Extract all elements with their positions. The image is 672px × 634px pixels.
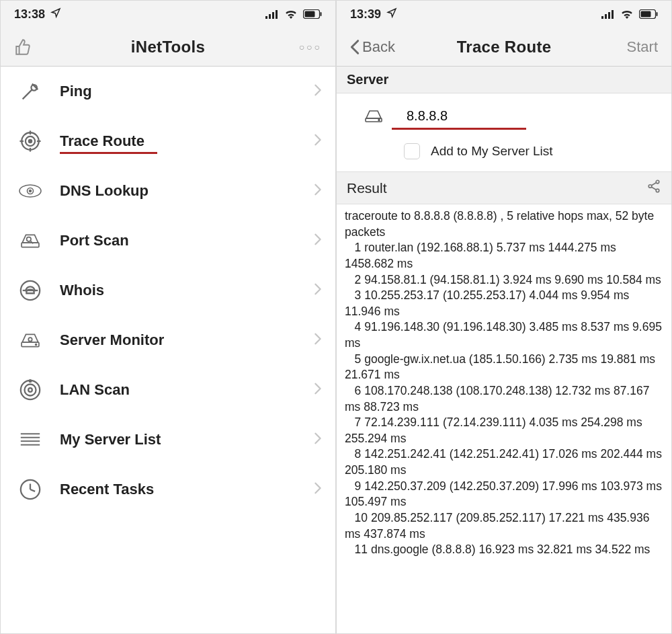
svg-point-47 <box>648 185 652 188</box>
cellular-icon <box>265 9 279 19</box>
tool-label: My Server List <box>60 431 314 448</box>
svg-line-36 <box>30 489 35 491</box>
tool-label: Server Monitor <box>60 331 314 349</box>
svg-rect-3 <box>276 10 278 19</box>
status-left: 13:39 <box>350 7 397 22</box>
back-label: Back <box>362 38 395 56</box>
svg-point-17 <box>30 190 32 192</box>
chevron-right-icon <box>314 481 322 498</box>
tool-row-trace-route[interactable]: Trace Route <box>1 116 335 166</box>
status-time: 13:38 <box>14 7 45 22</box>
svg-rect-43 <box>657 12 658 16</box>
result-heading: Result <box>347 180 387 196</box>
tool-row-ping[interactable]: Ping <box>1 67 335 116</box>
add-to-list-row[interactable]: Add to My Server List <box>337 138 671 171</box>
add-to-list-checkbox[interactable] <box>404 143 420 159</box>
tool-row-dns-lookup[interactable]: DNS Lookup <box>1 166 335 216</box>
chevron-right-icon <box>314 132 322 150</box>
more-icon: ○○○ <box>299 42 322 52</box>
chevron-right-icon <box>314 331 322 349</box>
tool-label: Ping <box>60 83 314 100</box>
nav-bar: iNetTools ○○○ <box>1 28 335 67</box>
chevron-right-icon <box>314 83 322 100</box>
svg-point-28 <box>28 388 32 392</box>
phone-left-main: 13:38 iNetTools ○○○ PingTrace RouteDNS L… <box>0 0 336 634</box>
nav-title: Trace Route <box>397 38 611 56</box>
start-button[interactable]: Start <box>611 38 658 56</box>
tool-label: DNS Lookup <box>60 182 314 200</box>
svg-rect-40 <box>612 10 614 19</box>
phone-right-traceroute: 13:39 Back Trace Route Start <box>336 0 672 634</box>
my-server-list-icon <box>15 425 45 454</box>
battery-icon <box>639 9 658 19</box>
server-section-header: Server <box>337 67 671 93</box>
port-scan-icon <box>15 226 45 255</box>
wifi-icon <box>620 9 634 19</box>
location-icon <box>50 7 61 22</box>
status-time: 13:39 <box>350 7 381 22</box>
server-input[interactable] <box>403 106 537 126</box>
tool-label: Port Scan <box>60 232 314 249</box>
server-monitor-icon <box>15 325 45 355</box>
svg-rect-37 <box>601 16 603 19</box>
status-right <box>601 9 658 19</box>
svg-rect-18 <box>22 243 39 247</box>
tool-row-port-scan[interactable]: Port Scan <box>1 216 335 266</box>
tool-label: LAN Scan <box>60 381 314 399</box>
result-section-header: Result <box>337 171 671 204</box>
whois-icon <box>15 276 45 305</box>
status-bar: 13:39 <box>337 1 671 28</box>
location-icon <box>386 7 397 22</box>
svg-point-10 <box>29 140 32 143</box>
cellular-icon <box>601 9 615 19</box>
tool-row-whois[interactable]: Whois <box>1 266 335 315</box>
dns-lookup-icon <box>15 176 45 206</box>
svg-rect-6 <box>321 12 322 16</box>
svg-rect-0 <box>265 16 267 19</box>
result-output[interactable]: traceroute to 8.8.8.8 (8.8.8.8) , 5 rela… <box>337 204 671 562</box>
back-button[interactable]: Back <box>350 38 395 56</box>
svg-point-46 <box>656 180 659 184</box>
svg-point-27 <box>25 385 36 396</box>
svg-line-49 <box>652 183 657 186</box>
svg-point-48 <box>656 189 659 192</box>
chevron-right-icon <box>314 282 322 299</box>
svg-point-26 <box>21 381 40 399</box>
tool-row-server-monitor[interactable]: Server Monitor <box>1 315 335 365</box>
svg-point-24 <box>28 338 32 341</box>
recent-tasks-icon <box>15 475 45 504</box>
battery-icon <box>303 9 322 19</box>
tool-label: Recent Tasks <box>60 481 314 498</box>
add-to-list-label: Add to My Server List <box>431 144 553 159</box>
chevron-right-icon <box>314 381 322 399</box>
ping-icon <box>15 77 45 106</box>
tool-label: Whois <box>60 282 314 299</box>
lan-scan-icon <box>15 375 45 405</box>
tool-list[interactable]: PingTrace RouteDNS LookupPort ScanWhoisS… <box>1 67 335 633</box>
server-icon <box>364 109 384 126</box>
server-row <box>337 93 671 138</box>
svg-point-25 <box>36 344 37 345</box>
share-button[interactable] <box>646 179 661 197</box>
status-right <box>265 9 322 19</box>
svg-rect-39 <box>608 12 610 19</box>
svg-rect-2 <box>272 12 274 19</box>
svg-line-50 <box>652 187 657 190</box>
nav-bar: Back Trace Route Start <box>337 28 671 67</box>
svg-rect-5 <box>305 11 315 17</box>
status-bar: 13:38 <box>1 1 335 28</box>
like-button[interactable] <box>14 38 61 56</box>
svg-rect-42 <box>641 11 651 17</box>
tool-row-recent-tasks[interactable]: Recent Tasks <box>1 465 335 514</box>
tool-row-lan-scan[interactable]: LAN Scan <box>1 365 335 415</box>
trace-route-icon <box>15 126 45 156</box>
tool-row-my-server-list[interactable]: My Server List <box>1 415 335 465</box>
svg-point-45 <box>378 120 380 121</box>
more-button[interactable]: ○○○ <box>275 42 322 52</box>
status-left: 13:38 <box>14 7 61 22</box>
chevron-right-icon <box>314 431 322 448</box>
chevron-right-icon <box>314 182 322 200</box>
chevron-right-icon <box>314 232 322 249</box>
tool-label: Trace Route <box>60 132 314 150</box>
wifi-icon <box>284 9 298 19</box>
